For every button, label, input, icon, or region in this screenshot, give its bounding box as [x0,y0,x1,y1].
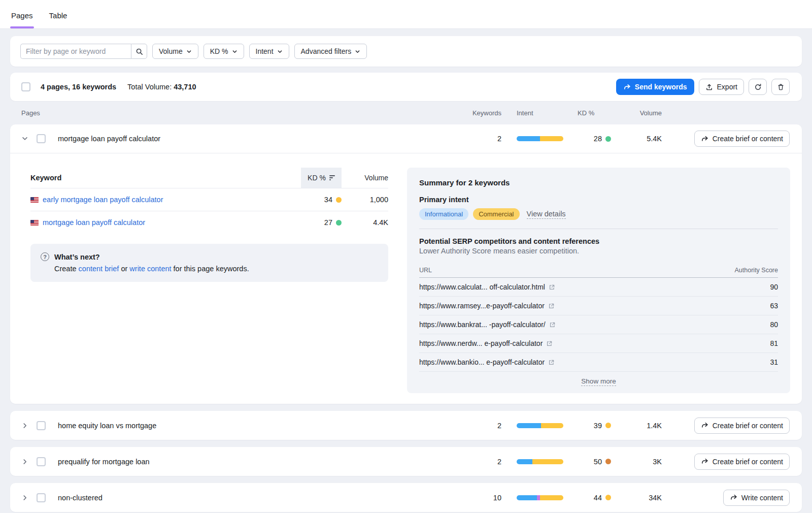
intent-filter-label: Intent [256,47,274,55]
page-title: prequalify for mortgage loan [56,458,466,466]
keyword-link[interactable]: early mortgage loan payoff calculator [43,196,163,204]
keyword-column-header: Keyword [30,174,301,182]
redo-arrow-icon [701,458,708,465]
sort-descending-icon [329,175,335,180]
page-row-header: prequalify for mortgage loan 2 50 3K Cre… [10,447,802,476]
expand-chevron-icon[interactable] [21,458,37,465]
row-checkbox[interactable] [37,134,46,143]
keyword-link[interactable]: mortgage loan payoff calculator [43,218,145,227]
write-content-link[interactable]: write content [129,265,171,273]
keyword-row: mortgage loan payoff calculator 27 4.4K [30,211,388,234]
kd-sort-header[interactable]: KD % [301,168,342,188]
export-button[interactable]: Export [699,79,744,95]
external-link-icon[interactable] [548,359,555,366]
column-header-volume: Volume [611,109,662,117]
row-checkbox[interactable] [37,457,46,466]
delete-button[interactable] [771,79,790,95]
search-input[interactable] [20,44,131,59]
competitor-url: https://www.nerdw... e-payoff-calculator [419,339,717,347]
show-more-link[interactable]: Show more [581,377,616,386]
keyword-kd-cell: 27 [301,218,342,227]
keyword-volume-value: 4.4K [342,218,388,227]
kd-filter-label: KD % [210,47,228,55]
keyword-kd-cell: 34 [301,196,342,204]
serp-competitors-subtitle: Lower Authority Score means easier compe… [419,247,778,255]
intent-bar [517,459,563,464]
advanced-filters-dropdown[interactable]: Advanced filters [294,44,367,59]
external-link-icon[interactable] [546,340,553,347]
keyword-kd-value: 27 [324,218,332,227]
active-tab-underline [10,26,34,28]
kd-value: 44 [594,494,602,502]
competitors-table-header: URL Authority Score [419,263,778,278]
chevron-down-icon [355,48,360,54]
kd-dot [605,495,611,500]
authority-score-column-header: Authority Score [717,267,778,274]
export-icon [705,83,713,91]
kd-cell: 39 [563,422,611,430]
us-flag-icon [30,197,39,203]
volume-value: 5.4K [611,135,662,143]
competitor-row: https://www.ramsey...e-payoff-calculator… [419,297,778,315]
tab-table[interactable]: Table [48,3,69,28]
intent-bar [517,495,563,500]
competitor-url: https://www.ramsey...e-payoff-calculator [419,302,717,310]
external-link-icon[interactable] [549,322,556,328]
keywords-count: 10 [466,494,501,502]
competitor-url-text: https://www.ramsey...e-payoff-calculator [419,302,545,310]
volume-filter-dropdown[interactable]: Volume [152,44,198,59]
keyword-list-section: Keyword KD % Volume early mortgage loan … [20,168,388,393]
select-all-checkbox[interactable] [21,82,30,91]
create-brief-button[interactable]: Create brief or content [694,131,790,147]
expand-chevron-icon[interactable] [21,494,37,501]
us-flag-icon [30,220,39,226]
create-brief-button[interactable]: Create brief or content [694,418,790,434]
action-cell: Create brief or content [662,131,790,147]
keyword-table-header: Keyword KD % Volume [30,168,388,188]
kd-value: 39 [594,422,602,430]
export-label: Export [717,83,737,91]
redo-arrow-icon [730,494,737,501]
action-cell: Write content [662,490,790,506]
page-title: home equity loan vs mortgage [56,422,466,430]
pages-report-view: Pages Table Volume [0,0,812,513]
send-keywords-label: Send keywords [635,83,687,91]
external-link-icon[interactable] [548,303,555,309]
refresh-button[interactable] [749,79,767,95]
create-brief-label: Create brief or content [713,422,783,430]
intent-filter-dropdown[interactable]: Intent [249,44,289,59]
tab-pages[interactable]: Pages [10,3,34,28]
external-link-icon[interactable] [549,284,555,291]
competitor-row: https://www.bankrat... -payoff-calculato… [419,315,778,334]
kd-filter-dropdown[interactable]: KD % [204,44,244,59]
search-button[interactable] [131,44,147,59]
advanced-filters-label: Advanced filters [301,47,352,55]
content-brief-link[interactable]: content brief [79,265,119,273]
page-row-non-clustered: non-clustered 10 44 34K Write content [10,483,802,512]
expanded-page-details: Keyword KD % Volume early mortgage loan … [10,153,802,404]
collapse-chevron-icon[interactable] [21,135,37,142]
competitor-row: https://www.bankio... e-payoff-calculato… [419,353,778,372]
authority-score: 31 [717,358,778,366]
view-details-link[interactable]: View details [527,210,566,219]
write-content-button[interactable]: Write content [723,490,790,506]
create-brief-button[interactable]: Create brief or content [694,454,790,470]
whats-next-text-prefix: Create [54,265,79,273]
serp-competitors-title: Potential SERP competitors and content r… [419,237,778,245]
row-checkbox[interactable] [37,421,46,430]
commercial-badge: Commercial [473,208,519,220]
page-row-header: home equity loan vs mortgage 2 39 1.4K C… [10,411,802,440]
volume-value: 1.4K [611,422,662,430]
page-title: mortgage loan payoff calculator [56,135,466,143]
table-column-headers: Pages Keywords Intent KD % Volume [10,101,802,124]
authority-score: 90 [717,283,778,291]
send-keywords-button[interactable]: Send keywords [616,79,694,95]
authority-score: 63 [717,302,778,310]
competitor-url: https://www.bankio... e-payoff-calculato… [419,358,717,366]
row-checkbox[interactable] [37,493,46,502]
create-brief-label: Create brief or content [713,458,783,466]
competitor-url-text: https://www.bankio... e-payoff-calculato… [419,358,545,366]
authority-score: 81 [717,339,778,347]
total-volume: Total Volume: 43,710 [127,83,196,91]
expand-chevron-icon[interactable] [21,422,37,429]
